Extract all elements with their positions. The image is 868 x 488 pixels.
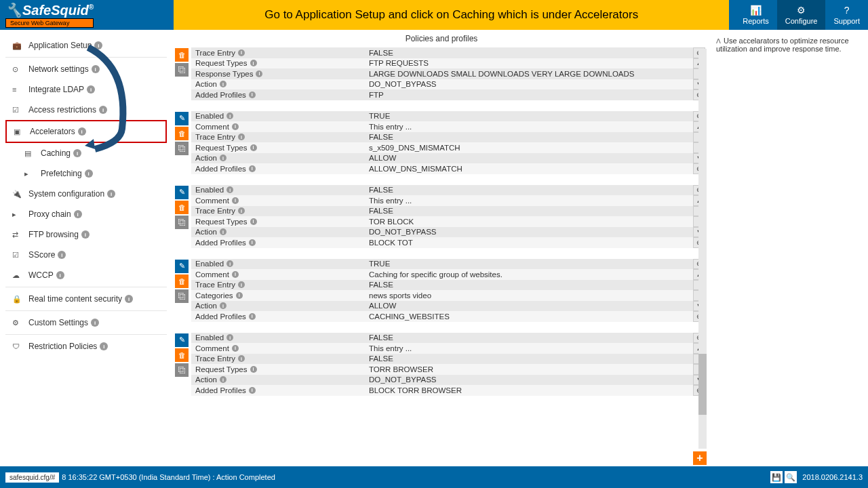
info-icon[interactable]: i	[250, 144, 257, 151]
row-label: Added Profilesi	[191, 239, 368, 247]
info-icon[interactable]: i	[226, 260, 233, 267]
info-icon[interactable]: i	[238, 134, 245, 140]
info-icon[interactable]: i	[58, 251, 66, 259]
info-icon[interactable]: i	[226, 113, 233, 119]
info-icon[interactable]: i	[236, 292, 243, 299]
delete-button[interactable]: 🗑	[175, 201, 189, 214]
sidebar-item-sscore[interactable]: ☑SScorei	[5, 245, 167, 265]
policy-row: Trace EntryiFALSE	[191, 206, 693, 217]
delete-button[interactable]: 🗑	[175, 127, 189, 140]
info-icon[interactable]: i	[249, 387, 256, 394]
info-icon[interactable]: i	[81, 230, 90, 239]
lock-icon: 🔒	[12, 295, 23, 304]
sidebar-item-access[interactable]: ☑Access restrictionsi	[5, 100, 167, 120]
info-icon[interactable]: i	[226, 334, 233, 341]
info-icon[interactable]: i	[238, 281, 245, 288]
sidebar-item-custom[interactable]: ⚙Custom Settingsi	[5, 312, 167, 333]
scrollbar[interactable]	[698, 49, 707, 449]
add-button[interactable]: +	[693, 451, 707, 465]
info-icon[interactable]: i	[250, 60, 257, 66]
policy-row: Added ProfilesiFTP	[191, 89, 693, 100]
sidebar-item-caching[interactable]: ▤Cachingi	[5, 143, 167, 163]
logo[interactable]: 🔧SafeSquid® Secure Web Gateway	[0, 0, 99, 30]
delete-button[interactable]: 🗑	[175, 348, 189, 362]
copy-button[interactable]: ⿻	[175, 63, 189, 77]
scrollbar-thumb[interactable]	[698, 354, 707, 415]
info-icon[interactable]: i	[238, 207, 245, 214]
info-icon[interactable]: i	[99, 106, 107, 114]
nav-support[interactable]: ?Support	[825, 0, 868, 30]
info-icon[interactable]: i	[220, 228, 226, 235]
info-icon[interactable]: i	[100, 342, 108, 350]
info-icon[interactable]: i	[232, 345, 239, 352]
info-icon[interactable]: i	[256, 70, 262, 77]
sidebar-item-application-setup[interactable]: 💼Application Setupi	[5, 35, 167, 56]
row-label: Request Typesi	[191, 59, 368, 67]
sidebar-item-system[interactable]: 🔌System configurationi	[5, 184, 167, 204]
sidebar-item-proxy[interactable]: ▸Proxy chaini	[5, 204, 167, 224]
sidebar-item-wccp[interactable]: ☁WCCPi	[5, 265, 167, 285]
edit-button[interactable]: ✎	[175, 260, 189, 273]
info-icon[interactable]: i	[249, 165, 256, 172]
info-icon[interactable]: i	[220, 376, 226, 383]
nav-configure[interactable]: ⚙Configure	[777, 0, 826, 30]
cache-icon: ▤	[24, 149, 35, 158]
info-icon[interactable]: i	[249, 92, 256, 98]
sidebar-item-ftp[interactable]: ⇄FTP browsingi	[5, 224, 167, 245]
info-icon[interactable]: i	[232, 271, 239, 278]
edit-button[interactable]: ✎	[175, 333, 189, 347]
info-icon[interactable]: i	[249, 239, 256, 246]
row-value: DO_NOT_BYPASS	[368, 228, 693, 236]
info-icon[interactable]: i	[85, 169, 93, 178]
info-icon[interactable]: i	[73, 149, 81, 157]
info-icon[interactable]: i	[56, 271, 64, 279]
row-value: news sports video	[368, 291, 693, 300]
sidebar-item-prefetching[interactable]: ▸Prefetchingi	[5, 163, 167, 184]
row-value: DO_NOT_BYPASS	[368, 375, 693, 384]
info-icon[interactable]: i	[78, 127, 86, 136]
search-icon[interactable]: 🔍	[785, 471, 797, 483]
row-value: FTP REQUESTS	[368, 59, 693, 67]
copy-button[interactable]: ⿻	[175, 216, 189, 229]
info-icon[interactable]: i	[91, 319, 99, 327]
copy-button[interactable]: ⿻	[175, 363, 189, 377]
copy-button[interactable]: ⿻	[175, 289, 189, 303]
info-icon[interactable]: i	[226, 186, 233, 193]
info-icon[interactable]: i	[220, 302, 226, 309]
info-icon[interactable]: i	[238, 49, 245, 56]
chart-icon: 📊	[750, 5, 762, 16]
sidebar-item-network[interactable]: ⊙Network settingsi	[5, 59, 167, 79]
row-value: TOR BLOCK	[368, 218, 693, 226]
row-value: TRUE	[368, 260, 693, 268]
info-icon[interactable]: i	[238, 355, 245, 362]
info-icon[interactable]: i	[250, 218, 257, 225]
info-icon[interactable]: i	[250, 366, 257, 373]
shield-icon: 🛡	[12, 342, 23, 350]
info-icon[interactable]: i	[220, 81, 226, 87]
sidebar-item-accelerators[interactable]: ▣Acceleratorsi	[5, 120, 167, 143]
info-icon[interactable]: i	[74, 210, 82, 218]
info-icon[interactable]: i	[87, 85, 95, 94]
edit-button[interactable]: ✎	[175, 112, 189, 125]
nav-reports[interactable]: 📊Reports	[734, 0, 777, 30]
row-label: Enabledi	[191, 260, 368, 268]
info-icon[interactable]: i	[232, 197, 239, 204]
delete-button[interactable]: 🗑	[175, 274, 189, 288]
delete-button[interactable]: 🗑	[175, 48, 189, 62]
info-icon[interactable]: i	[125, 295, 133, 303]
info-icon[interactable]: i	[232, 123, 239, 130]
info-icon[interactable]: i	[92, 65, 100, 73]
sidebar-item-ldap[interactable]: ≡Integrate LDAPi	[5, 79, 167, 100]
info-icon[interactable]: i	[94, 41, 102, 49]
copy-button[interactable]: ⿻	[175, 142, 189, 155]
save-icon[interactable]: 💾	[770, 471, 783, 483]
gear-icon: ⚙	[797, 5, 806, 16]
edit-button[interactable]: ✎	[175, 186, 189, 199]
row-value: ALLOW	[368, 302, 693, 310]
collapse-icon[interactable]: ᐱ	[716, 37, 721, 45]
info-icon[interactable]: i	[249, 313, 256, 320]
sidebar-item-restriction[interactable]: 🛡Restriction Policiesi	[5, 336, 167, 357]
info-icon[interactable]: i	[107, 190, 115, 198]
info-icon[interactable]: i	[220, 155, 226, 161]
sidebar-item-realtime[interactable]: 🔒Real time content securityi	[5, 289, 167, 309]
